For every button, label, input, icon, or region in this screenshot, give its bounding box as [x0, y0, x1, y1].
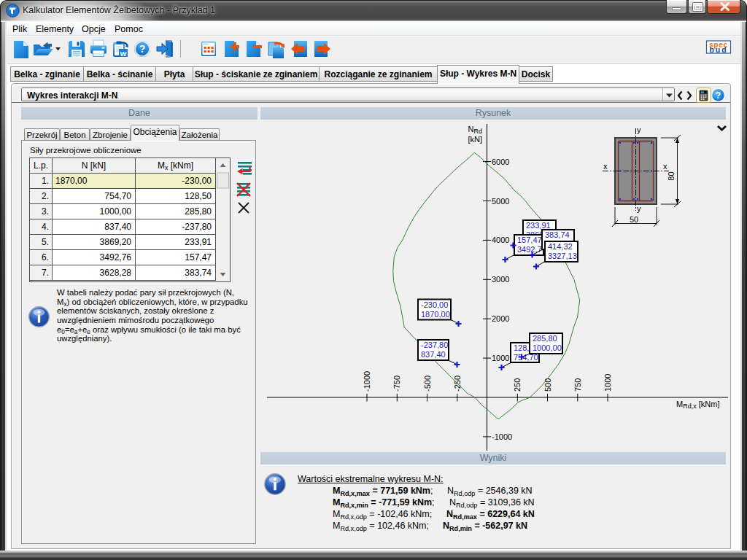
- svg-text:4000: 4000: [492, 236, 509, 244]
- svg-text:750: 750: [573, 378, 582, 392]
- svg-text:x: x: [603, 162, 608, 171]
- svg-text:bud: bud: [709, 45, 727, 54]
- svg-text:414,32: 414,32: [548, 242, 573, 251]
- svg-text:157,47: 157,47: [517, 236, 542, 244]
- svg-text:5000: 5000: [492, 197, 509, 206]
- svg-text:3327,13: 3327,13: [548, 252, 577, 260]
- svg-text:[kN]: [kN]: [468, 135, 482, 144]
- svg-text:2000: 2000: [492, 314, 509, 323]
- svg-text:250: 250: [513, 378, 522, 392]
- svg-text:y: y: [637, 125, 641, 134]
- svg-text:-500: -500: [423, 376, 432, 392]
- svg-text:-750: -750: [392, 376, 401, 392]
- svg-text:NRd: NRd: [468, 125, 482, 135]
- svg-text:383,74: 383,74: [545, 230, 570, 239]
- svg-text:1000,00: 1000,00: [533, 343, 562, 352]
- svg-text:?: ?: [139, 43, 146, 55]
- svg-text:837,40: 837,40: [421, 350, 446, 359]
- svg-text:1870,00: 1870,00: [421, 310, 450, 319]
- svg-text:-230,00: -230,00: [421, 300, 448, 309]
- svg-text:6000: 6000: [492, 158, 509, 166]
- svg-text:1000: 1000: [492, 354, 509, 362]
- svg-text:80: 80: [667, 171, 676, 180]
- svg-text:?: ?: [716, 90, 721, 101]
- svg-text:x: x: [663, 162, 667, 171]
- svg-text:285,80: 285,80: [533, 334, 557, 343]
- svg-text:1000: 1000: [603, 374, 612, 392]
- svg-text:-1000: -1000: [363, 371, 371, 392]
- svg-text:MRd,x [kNm]: MRd,x [kNm]: [676, 400, 719, 410]
- svg-text:W: W: [120, 50, 127, 58]
- svg-text:-237,80: -237,80: [421, 341, 448, 349]
- svg-text:233,91: 233,91: [526, 221, 551, 230]
- svg-text:y: y: [637, 204, 641, 213]
- svg-text:-1000: -1000: [492, 432, 512, 441]
- svg-text:50: 50: [630, 215, 638, 224]
- svg-text:500: 500: [543, 378, 552, 392]
- svg-text:3000: 3000: [492, 275, 509, 284]
